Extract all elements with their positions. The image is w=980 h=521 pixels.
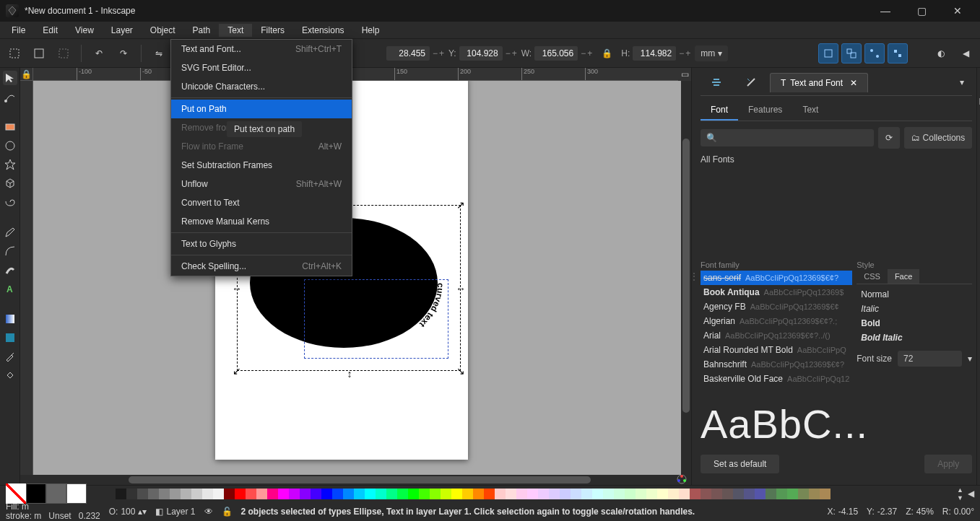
pencil-tool[interactable] — [3, 225, 17, 240]
ruler-horizontal[interactable]: -100-50050100150200250300 — [33, 68, 678, 81]
menuitem-check-spelling-[interactable]: Check Spelling...Ctrl+Alt+K — [171, 257, 352, 276]
save-icon[interactable] — [977, 115, 980, 130]
menu-object[interactable]: Object — [142, 24, 184, 37]
menuitem-unflow[interactable]: UnflowShift+Alt+W — [171, 175, 352, 193]
swatch[interactable] — [191, 489, 202, 499]
no-fill-swatch[interactable] — [6, 483, 26, 504]
swatch[interactable] — [116, 489, 126, 499]
font-row[interactable]: Arial Rounded MT BoldAaBbCcIiPpQ — [701, 343, 852, 357]
textfont-tab[interactable]: T Text and Font ✕ — [770, 73, 868, 92]
fontsize-input[interactable]: 72 — [898, 351, 962, 367]
fillstroke-tab[interactable] — [735, 72, 767, 92]
menu-text[interactable]: Text — [219, 24, 252, 37]
swatch[interactable] — [755, 489, 766, 499]
snap-toggle-icon[interactable]: ◐ — [931, 43, 951, 64]
white-swatch[interactable] — [66, 483, 87, 504]
spiral-tool[interactable] — [3, 195, 17, 209]
close-button[interactable]: ✕ — [947, 5, 968, 17]
swatch[interactable] — [246, 489, 256, 499]
lock-icon[interactable]: 🔒 — [597, 43, 617, 64]
menuitem-set-subtraction-frames[interactable]: Set Subtraction Frames — [171, 156, 352, 175]
swatch[interactable] — [733, 489, 744, 499]
node-tool[interactable] — [3, 89, 17, 104]
rotate-cw-icon[interactable]: ↷ — [113, 43, 134, 64]
menu-filters[interactable]: Filters — [252, 24, 293, 37]
swatch[interactable] — [506, 489, 516, 499]
style-italic[interactable]: Italic — [857, 302, 972, 316]
h-field[interactable]: H: 114.982 −+ — [621, 46, 690, 61]
font-row[interactable]: AlgerianAaBbCcIiPpQq12369$€¢?.; — [701, 314, 852, 328]
font-search-input[interactable]: 🔍 — [701, 129, 874, 146]
ruler-vertical[interactable] — [20, 81, 33, 475]
font-row[interactable]: Agency FBAaBbCcIiPpQq12369$€¢ — [701, 299, 852, 314]
transform-move-icon[interactable] — [818, 43, 838, 64]
swatch[interactable] — [202, 489, 213, 499]
swatch[interactable] — [224, 489, 235, 499]
canvas[interactable]: curved text ↖ ↗ ↙ ↘ ↔ ↔ ↕ — [33, 81, 681, 475]
opacity-spin[interactable]: ▴▾ — [138, 507, 147, 517]
menuitem-unicode-characters-[interactable]: Unicode Characters... — [171, 77, 352, 96]
rotation-value[interactable]: 0.00° — [954, 507, 974, 517]
swatch[interactable] — [668, 489, 679, 499]
close-tab-icon[interactable]: ✕ — [850, 78, 857, 88]
swatch[interactable] — [397, 489, 408, 499]
swatch[interactable] — [365, 489, 376, 499]
redo-icon[interactable]: ↷ — [977, 255, 980, 270]
setdefault-button[interactable]: Set as default — [701, 455, 779, 473]
expand-icon[interactable]: ◀ — [955, 43, 976, 64]
swatch[interactable] — [408, 489, 419, 499]
swatch[interactable] — [386, 489, 397, 499]
cut-icon[interactable]: ✂ — [977, 315, 980, 329]
swatch[interactable] — [170, 489, 181, 499]
copy-icon[interactable] — [977, 293, 980, 307]
swatch[interactable] — [701, 489, 711, 499]
x-value[interactable]: 28.455 — [386, 46, 430, 61]
collections-button[interactable]: 🗂 Collections — [904, 127, 973, 149]
swatch[interactable] — [549, 489, 560, 499]
font-row[interactable]: Book AntiquaAaBbCcIiPpQq12369$ — [701, 285, 852, 299]
handle-ne[interactable]: ↗ — [456, 201, 465, 209]
swatch[interactable] — [592, 489, 603, 499]
3dbox-tool[interactable] — [3, 176, 17, 191]
swatch[interactable] — [766, 489, 776, 499]
swatch[interactable] — [571, 489, 581, 499]
font-row[interactable]: sans-serifAaBbCcIiPpQq12369$€¢? — [701, 271, 852, 285]
transform-pattern-icon[interactable] — [888, 43, 908, 64]
deselect-icon[interactable] — [53, 43, 74, 64]
paste-icon[interactable] — [977, 336, 980, 351]
layer-indicator[interactable]: ◧ Layer 1 — [155, 507, 195, 517]
swatch[interactable] — [376, 489, 386, 499]
menuitem-convert-to-text[interactable]: Convert to Text — [171, 193, 352, 212]
style-normal[interactable]: Normal — [857, 287, 972, 302]
zoom-value[interactable]: 45% — [916, 507, 934, 517]
ruler-lock-icon[interactable]: 🔒 — [20, 68, 33, 81]
more-icon[interactable]: ▶ — [977, 466, 980, 481]
font-row[interactable]: ArialAaBbCcIiPpQq12369$€¢?../() — [701, 328, 852, 343]
menu-edit[interactable]: Edit — [34, 24, 66, 37]
new-doc-icon[interactable] — [977, 72, 980, 87]
style-bold[interactable]: Bold — [857, 316, 972, 330]
swatch[interactable] — [679, 489, 690, 499]
swatch[interactable] — [311, 489, 321, 499]
swatch[interactable] — [213, 489, 224, 499]
menuitem-flow-into-frame[interactable]: Flow into FrameAlt+W — [171, 137, 352, 156]
print-icon[interactable] — [977, 137, 980, 152]
menu-view[interactable]: View — [66, 24, 103, 37]
subtab-features[interactable]: Features — [738, 100, 792, 121]
black-swatch[interactable] — [26, 483, 46, 504]
align-tab[interactable] — [701, 72, 732, 92]
y-field[interactable]: Y: 104.928 −+ — [448, 46, 517, 61]
minimize-button[interactable]: — — [875, 5, 896, 17]
unit-select[interactable]: mm ▾ — [695, 45, 728, 61]
minus-icon[interactable]: − — [433, 48, 438, 58]
paintbucket-tool[interactable] — [3, 368, 17, 382]
swatch[interactable] — [603, 489, 614, 499]
plus-icon[interactable]: + — [587, 48, 592, 58]
swatch[interactable] — [636, 489, 646, 499]
calligraphy-tool[interactable] — [3, 263, 17, 277]
undo-icon[interactable]: ↶ — [977, 234, 980, 248]
swatch[interactable] — [159, 489, 170, 499]
swatch[interactable] — [148, 489, 159, 499]
palette-down-icon[interactable]: ▼ — [957, 494, 963, 502]
text-tool[interactable]: A — [3, 281, 17, 296]
